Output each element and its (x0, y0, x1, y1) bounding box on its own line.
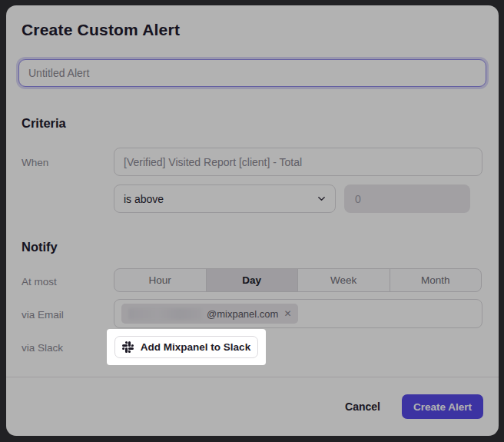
frequency-option-day[interactable]: Day (206, 269, 298, 291)
create-custom-alert-modal: Create Custom Alert Criteria When [Verif… (6, 5, 499, 436)
criteria-heading: Criteria (22, 116, 66, 131)
via-email-label: via Email (22, 309, 64, 321)
via-slack-label: via Slack (22, 342, 63, 354)
condition-value: is above (124, 193, 164, 205)
email-chip-text: @mixpanel.com (207, 308, 278, 320)
frequency-segmented-control: Hour Day Week Month (114, 268, 482, 292)
slack-button-spotlight: Add Mixpanel to Slack (107, 329, 266, 365)
frequency-option-week[interactable]: Week (297, 269, 390, 291)
metric-select-field[interactable]: [Verified] Visited Report [client] - Tot… (114, 148, 482, 176)
frequency-option-month[interactable]: Month (390, 269, 482, 291)
chevron-down-icon (317, 194, 326, 203)
email-recipients-field[interactable]: @mixpanel.com ✕ (114, 299, 482, 328)
when-label: When (22, 157, 48, 168)
metric-placeholder: [Verified] Visited Report [client] - Tot… (124, 156, 302, 168)
modal-footer: Cancel Create Alert (6, 377, 499, 436)
notify-heading: Notify (22, 240, 58, 254)
remove-email-icon[interactable]: ✕ (284, 309, 291, 318)
frequency-option-hour[interactable]: Hour (114, 269, 206, 291)
email-chip: @mixpanel.com ✕ (121, 304, 298, 324)
threshold-input[interactable] (344, 184, 470, 213)
slack-button-label: Add Mixpanel to Slack (141, 341, 250, 353)
condition-dropdown[interactable]: is above (114, 184, 336, 213)
cancel-button[interactable]: Cancel (340, 400, 385, 414)
modal-title: Create Custom Alert (22, 21, 180, 39)
slack-icon (122, 341, 134, 353)
add-mixpanel-to-slack-button[interactable]: Add Mixpanel to Slack (114, 336, 258, 358)
create-alert-button[interactable]: Create Alert (402, 394, 483, 419)
redacted-email-name (128, 308, 202, 320)
alert-name-input[interactable] (18, 59, 486, 87)
at-most-label: At most (22, 276, 57, 287)
